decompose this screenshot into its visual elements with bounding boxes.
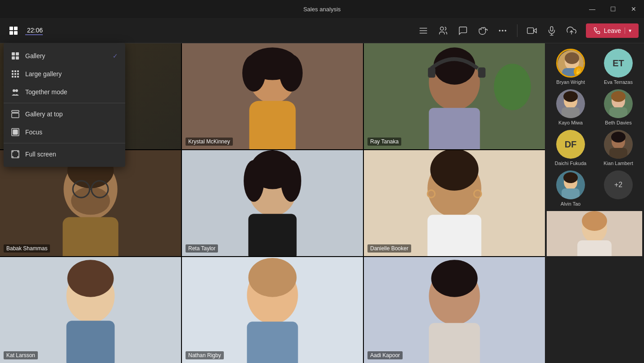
layout-toggle-button[interactable] — [5, 23, 22, 39]
svg-point-51 — [67, 260, 113, 297]
svg-point-3 — [440, 27, 443, 30]
daichi-name: Daichi Fukuda — [555, 161, 586, 166]
more-button[interactable] — [494, 22, 512, 40]
maximize-button[interactable]: ☐ — [603, 0, 623, 18]
svg-rect-88 — [16, 56, 19, 60]
svg-point-83 — [582, 211, 607, 231]
svg-point-98 — [13, 89, 15, 92]
share-button[interactable] — [562, 22, 581, 40]
grid-icon — [9, 27, 18, 35]
svg-rect-93 — [14, 73, 16, 75]
video-placeholder-7 — [182, 257, 363, 363]
full-screen-label: Full screen — [25, 151, 56, 158]
svg-rect-90 — [14, 70, 16, 72]
dropdown-item-gallery[interactable]: Gallery ✓ — [4, 47, 125, 65]
participant-name-5: Danielle Booker — [367, 244, 411, 253]
svg-rect-103 — [13, 130, 18, 134]
svg-rect-87 — [12, 56, 15, 60]
dropdown-item-full-screen[interactable]: Full screen — [4, 145, 125, 163]
sidebar-row-1: ✋ Bryan Wright ET Eva Terrazas — [547, 47, 642, 87]
toolbar: 22:06 — [0, 18, 644, 43]
svg-point-41 — [281, 160, 301, 202]
title-bar: Sales analysis — ☐ ✕ — [0, 0, 644, 18]
dropdown-item-together-mode[interactable]: Together mode — [4, 83, 125, 101]
svg-point-40 — [244, 160, 264, 202]
svg-point-31 — [71, 187, 110, 215]
camera-button[interactable] — [523, 22, 541, 40]
video-placeholder-8 — [364, 257, 545, 363]
dropdown-item-gallery-at-top[interactable]: Gallery at top — [4, 105, 125, 123]
sidebar-participant-daichi[interactable]: DF Daichi Fukuda — [550, 130, 591, 166]
dropdown-item-large-gallery[interactable]: Large gallery — [4, 65, 125, 83]
svg-rect-89 — [12, 70, 14, 72]
video-cell-2: Ray Tanaka — [364, 43, 545, 149]
participant-name-1: Krystal McKinney — [186, 138, 233, 146]
close-button[interactable]: ✕ — [623, 0, 644, 18]
chat-button[interactable] — [454, 22, 472, 40]
toolbar-left: 22:06 — [5, 23, 43, 39]
video-cell-4: Reta Taylor — [182, 150, 363, 256]
video-placeholder-6 — [0, 257, 181, 363]
leave-label: Leave — [604, 27, 621, 34]
together-mode-icon — [11, 87, 20, 96]
people-button[interactable] — [434, 22, 452, 40]
svg-point-45 — [430, 150, 478, 191]
alvin-avatar — [556, 170, 585, 199]
dropdown-item-focus[interactable]: Focus — [4, 123, 125, 141]
svg-point-71 — [611, 91, 626, 102]
svg-point-5 — [502, 30, 503, 32]
svg-rect-95 — [12, 76, 14, 78]
sidebar-participant-bryan[interactable]: ✋ Bryan Wright — [550, 49, 591, 85]
svg-rect-94 — [17, 73, 19, 75]
svg-point-67 — [563, 91, 578, 102]
svg-point-4 — [499, 30, 501, 32]
toolbar-divider — [517, 24, 517, 37]
sidebar-participant-kian[interactable]: Kian Lambert — [598, 130, 639, 166]
participant-name-8: Aadi Kapoor — [367, 351, 403, 359]
svg-rect-84 — [577, 240, 612, 256]
leave-button[interactable]: Leave ▾ — [586, 23, 639, 38]
svg-point-75 — [611, 132, 626, 142]
svg-point-23 — [494, 64, 531, 110]
sidebar-row-4: Alvin Tao +2 — [547, 169, 642, 208]
more-badge: +2 — [604, 170, 633, 199]
microphone-button[interactable] — [543, 22, 561, 40]
svg-point-25 — [434, 47, 476, 84]
svg-point-21 — [279, 55, 303, 92]
leave-chevron[interactable]: ▾ — [625, 28, 631, 34]
gallery-label: Gallery — [25, 52, 45, 60]
video-placeholder-4 — [182, 150, 363, 256]
sidebar-row-3: DF Daichi Fukuda Kian Lambert — [547, 128, 642, 168]
participants-button[interactable] — [414, 22, 432, 40]
sidebar-participant-eva[interactable]: ET Eva Terrazas — [598, 49, 639, 85]
video-cell-5: Danielle Booker — [364, 150, 545, 256]
participant-name-3: Babak Shammas — [4, 244, 50, 253]
dropdown-divider-2 — [4, 143, 125, 143]
window-controls[interactable]: — ☐ ✕ — [582, 0, 644, 18]
video-placeholder-5 — [364, 150, 545, 256]
svg-rect-42 — [248, 214, 296, 256]
participant-name-4: Reta Taylor — [186, 244, 218, 253]
focus-icon — [11, 128, 20, 137]
svg-rect-76 — [609, 148, 627, 159]
sidebar-participant-beth[interactable]: Beth Davies — [598, 89, 639, 125]
participant-name-6: Kat Larsson — [4, 351, 38, 359]
svg-point-59 — [431, 260, 477, 297]
sidebar-participant-kayo[interactable]: Kayo Miwa — [550, 89, 591, 125]
large-gallery-label: Large gallery — [25, 70, 62, 78]
reactions-button[interactable] — [474, 22, 492, 40]
hand-raised-icon: ✋ — [574, 66, 585, 77]
minimize-button[interactable]: — — [582, 0, 603, 18]
together-mode-label: Together mode — [25, 88, 67, 96]
sidebar-participant-more[interactable]: +2 — [598, 170, 639, 207]
svg-rect-8 — [550, 26, 553, 31]
svg-rect-46 — [427, 215, 481, 256]
svg-point-79 — [563, 172, 578, 183]
bryan-name: Bryan Wright — [556, 79, 585, 85]
participant-name-7: Nathan Rigby — [186, 351, 224, 359]
participant-name-2: Ray Tanaka — [367, 138, 401, 146]
sidebar-participant-alvin[interactable]: Alvin Tao — [550, 170, 591, 207]
video-cell-6: Kat Larsson — [0, 257, 181, 363]
gallery-check-icon: ✓ — [113, 52, 118, 60]
layout-dropdown-menu: Gallery ✓ Large gallery — [4, 43, 125, 167]
